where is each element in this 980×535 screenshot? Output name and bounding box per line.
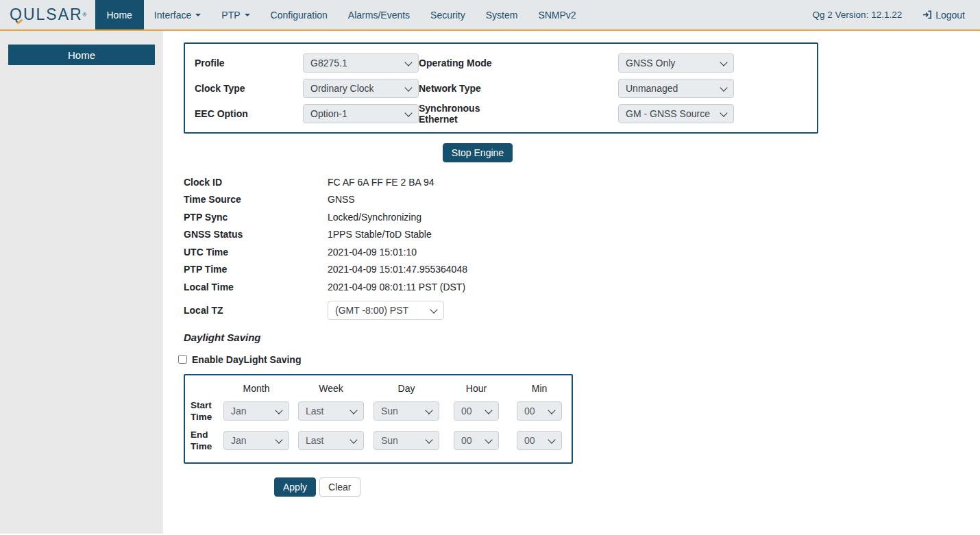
status-row-ptp-sync: PTP Sync Locked/Synchronizing <box>184 208 980 226</box>
start-day-select-wrap: Sun <box>373 401 439 421</box>
gnss-status-label: GNSS Status <box>184 229 328 240</box>
logout-button[interactable]: Logout <box>922 10 965 21</box>
local-tz-select[interactable]: (GMT -8:00) PST <box>328 301 444 320</box>
stop-engine-row: Stop Engine <box>184 143 772 162</box>
start-hour-select-wrap: 00 <box>454 401 499 421</box>
local-tz-label: Local TZ <box>184 305 328 316</box>
eec-option-label: EEC Option <box>195 108 303 119</box>
clock-type-select[interactable]: Ordinary Clock <box>303 79 419 98</box>
clear-button[interactable]: Clear <box>319 477 360 497</box>
nav-item-configuration[interactable]: Configuration <box>260 0 338 29</box>
start-week-select[interactable]: Last <box>298 401 364 421</box>
status-list: Clock ID FC AF 6A FF FE 2 BA 94 Time Sou… <box>184 173 980 321</box>
local-tz-select-wrap: (GMT -8:00) PST <box>328 301 444 320</box>
operating-mode-label: Operating Mode <box>419 58 501 69</box>
nav-item-interface[interactable]: Interface <box>144 0 211 29</box>
action-buttons-row: Apply Clear <box>274 477 980 497</box>
config-row: Profile G8275.1 Operating Mode GNSS Only <box>195 50 817 75</box>
logout-icon <box>922 10 933 20</box>
dst-col-min: Min <box>517 383 562 394</box>
ptp-time-label: PTP Time <box>184 264 328 275</box>
start-month-select[interactable]: Jan <box>223 401 289 421</box>
nav-menu: Home Interface PTP Configuration Alarms/… <box>95 0 587 29</box>
nav-item-ptp[interactable]: PTP <box>211 0 260 29</box>
dst-header-row: Month Week Day Hour Min <box>191 380 572 397</box>
eec-option-select-wrap: Option-1 <box>303 104 419 123</box>
enable-dst-row: Enable DayLight Saving <box>178 354 980 365</box>
nav-item-security[interactable]: Security <box>420 0 476 29</box>
logo-trademark: ® <box>83 12 88 18</box>
device-version-label: Qg 2 Version: 12.1.22 <box>813 10 903 20</box>
profile-select[interactable]: G8275.1 <box>303 53 419 73</box>
main-content: Profile G8275.1 Operating Mode GNSS Only… <box>163 31 980 534</box>
page-layout: Home Profile G8275.1 Operating Mode GNSS… <box>0 31 980 534</box>
enable-dst-checkbox[interactable] <box>178 355 187 364</box>
operating-mode-select-wrap: GNSS Only <box>618 53 734 73</box>
nav-item-alarms-events[interactable]: Alarms/Events <box>338 0 420 29</box>
end-hour-select-wrap: 00 <box>454 431 499 450</box>
time-source-label: Time Source <box>184 194 328 205</box>
status-row-utc-time: UTC Time 2021-04-09 15:01:10 <box>184 243 980 261</box>
ptp-sync-label: PTP Sync <box>184 212 328 223</box>
nav-item-home[interactable]: Home <box>95 0 144 29</box>
start-hour-select[interactable]: 00 <box>454 401 499 421</box>
dst-end-row: EndTime Jan Last Sun 00 00 <box>191 426 572 456</box>
dst-col-week: Week <box>298 383 364 394</box>
end-day-select-wrap: Sun <box>373 431 439 450</box>
sidebar-item-home[interactable]: Home <box>8 45 155 65</box>
dst-col-month: Month <box>223 383 289 394</box>
network-type-select-wrap: Unmanaged <box>618 79 734 98</box>
config-row: Clock Type Ordinary Clock Network Type U… <box>195 75 817 101</box>
status-row-clock-id: Clock ID FC AF 6A FF FE 2 BA 94 <box>184 173 980 191</box>
navbar-right: Qg 2 Version: 12.1.22 Logout <box>813 0 980 29</box>
start-day-select[interactable]: Sun <box>373 401 439 421</box>
qulsar-logo: QULSAR® <box>0 0 95 29</box>
start-min-select-wrap: 00 <box>517 401 562 421</box>
local-tz-row: Local TZ (GMT -8:00) PST <box>184 301 980 321</box>
engine-config-box: Profile G8275.1 Operating Mode GNSS Only… <box>184 42 818 134</box>
end-hour-select[interactable]: 00 <box>454 431 499 450</box>
end-day-select[interactable]: Sun <box>373 431 439 450</box>
end-min-select-wrap: 00 <box>517 431 562 450</box>
end-week-select[interactable]: Last <box>298 431 364 450</box>
clock-id-value: FC AF 6A FF FE 2 BA 94 <box>328 177 434 188</box>
ptp-sync-value: Locked/Synchronizing <box>328 212 421 223</box>
start-min-select[interactable]: 00 <box>517 401 562 421</box>
dst-start-row: StartTime Jan Last Sun 00 00 <box>191 397 572 426</box>
end-month-select-wrap: Jan <box>223 431 289 450</box>
logo-q-glyph: Q <box>10 5 23 24</box>
nav-item-snmpv2[interactable]: SNMPv2 <box>528 0 586 29</box>
nav-item-system[interactable]: System <box>476 0 528 29</box>
dst-config-box: Month Week Day Hour Min StartTime Jan La… <box>184 374 573 464</box>
status-row-gnss-status: GNSS Status 1PPS Stable/ToD Stable <box>184 226 980 244</box>
start-week-select-wrap: Last <box>298 401 364 421</box>
end-month-select[interactable]: Jan <box>223 431 289 450</box>
top-navbar: QULSAR® Home Interface PTP Configuration… <box>0 0 980 31</box>
chevron-down-icon <box>195 14 201 16</box>
clock-id-label: Clock ID <box>184 177 328 188</box>
sync-ethernet-select[interactable]: GM - GNSS Source <box>618 104 734 123</box>
end-week-select-wrap: Last <box>298 431 364 450</box>
dst-col-hour: Hour <box>454 383 499 394</box>
clock-type-select-wrap: Ordinary Clock <box>303 79 419 98</box>
utc-time-value: 2021-04-09 15:01:10 <box>328 247 417 258</box>
sync-ethernet-label: Synchronous Ethernet <box>419 103 501 125</box>
sync-ethernet-select-wrap: GM - GNSS Source <box>618 104 734 123</box>
daylight-saving-title: Daylight Saving <box>184 332 980 343</box>
operating-mode-select[interactable]: GNSS Only <box>618 53 734 73</box>
local-time-label: Local Time <box>184 282 328 293</box>
end-min-select[interactable]: 00 <box>517 431 562 450</box>
network-type-select[interactable]: Unmanaged <box>618 79 734 98</box>
eec-option-select[interactable]: Option-1 <box>303 104 419 123</box>
stop-engine-button[interactable]: Stop Engine <box>443 143 513 162</box>
apply-button[interactable]: Apply <box>274 477 316 497</box>
status-row-time-source: Time Source GNSS <box>184 191 980 209</box>
chevron-down-icon <box>245 14 250 16</box>
dst-col-day: Day <box>373 383 439 394</box>
end-time-label: EndTime <box>191 429 223 452</box>
local-time-value: 2021-04-09 08:01:11 PST (DST) <box>328 282 465 293</box>
profile-select-wrap: G8275.1 <box>303 53 419 73</box>
start-month-select-wrap: Jan <box>223 401 289 421</box>
network-type-label: Network Type <box>419 83 501 94</box>
config-row: EEC Option Option-1 Synchronous Ethernet… <box>195 101 817 126</box>
